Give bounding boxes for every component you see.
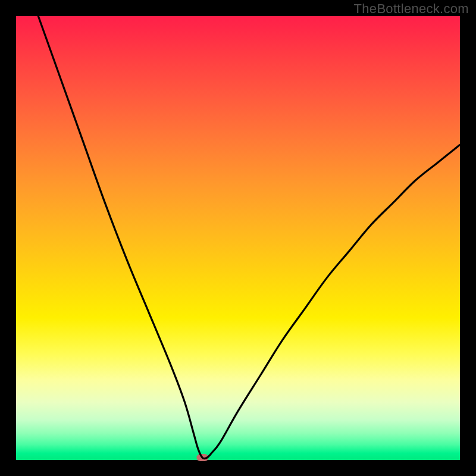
chart-frame: TheBottleneck.com bbox=[0, 0, 476, 476]
overlay-svg bbox=[16, 16, 460, 460]
watermark-text: TheBottleneck.com bbox=[354, 1, 469, 17]
bottleneck-curve bbox=[38, 16, 460, 459]
plot-area bbox=[16, 16, 460, 460]
